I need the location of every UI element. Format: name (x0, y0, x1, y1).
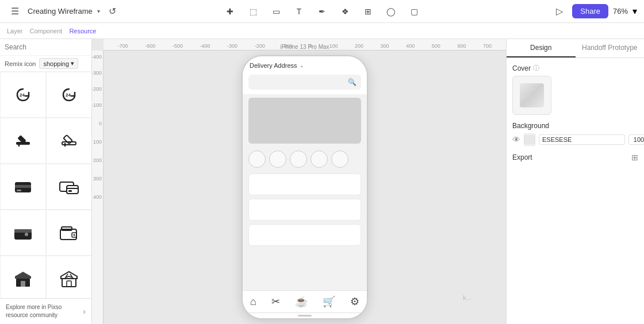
svg-rect-12 (67, 186, 78, 194)
ruler-left-mark: -400 (92, 54, 102, 60)
visibility-icon[interactable]: 👁 (512, 135, 520, 144)
pen-tool[interactable]: ✒ (313, 3, 331, 20)
svg-point-21 (74, 234, 75, 236)
ruler-mark: -300 (227, 43, 237, 49)
shape-tool[interactable]: ▭ (267, 3, 285, 20)
ruler-left: -400 -300 -200 -100 0 100 200 300 400 (92, 51, 103, 324)
grid-tool[interactable]: ⊞ (359, 3, 377, 20)
ruler-mark: 100 (329, 43, 338, 49)
iphone-container: iPhone 13 Pro Max Delivery Address ⌄ 🔍 (241, 55, 368, 319)
info-icon[interactable]: ⓘ (533, 64, 539, 72)
product-card[interactable] (248, 173, 361, 195)
explore-bar: Explore more in Pixso resource community… (0, 298, 91, 324)
svg-rect-9 (15, 185, 31, 188)
iphone-frame: Delivery Address ⌄ 🔍 (241, 55, 368, 319)
export-settings-icon[interactable]: ⊞ (631, 153, 638, 162)
category-dropdown[interactable]: shopping ▾ (39, 58, 78, 69)
breadcrumb-component[interactable]: Component (30, 28, 63, 34)
ruler-mark: -500 (172, 43, 183, 49)
delivery-header: Delivery Address ⌄ (243, 56, 367, 72)
svg-rect-10 (17, 190, 21, 191)
history-button[interactable]: ↺ (105, 3, 121, 20)
icon-item-wallet-b[interactable] (46, 210, 91, 256)
cart-nav-icon[interactable]: 🛒 (323, 295, 335, 308)
bg-color-hex-input[interactable] (539, 134, 625, 145)
category-label: shopping (43, 60, 69, 67)
export-title-row: Export ⊞ (512, 153, 638, 162)
svg-rect-16 (14, 229, 32, 233)
ruler-mark: 300 (381, 43, 389, 49)
breadcrumb-resource[interactable]: Resource (69, 28, 96, 34)
bg-color-swatch[interactable] (524, 133, 535, 146)
expand-dot (298, 315, 312, 317)
delivery-dropdown-icon[interactable]: ⌄ (300, 63, 304, 68)
svg-rect-6 (63, 135, 72, 144)
icon-item-refresh-a[interactable]: 24 (0, 72, 46, 118)
ruler-mark: -700 (118, 43, 128, 49)
ruler-left-mark: -200 (92, 86, 102, 92)
tab-handoff[interactable]: Handoff Prototype (576, 39, 645, 57)
present-button[interactable]: ▷ (551, 3, 568, 20)
cover-section: Cover ⓘ (512, 64, 638, 115)
remix-row: Remix icon shopping ▾ (0, 56, 91, 72)
circle-item[interactable] (269, 151, 286, 168)
iphone-search-input[interactable] (253, 79, 346, 86)
icon-item-refresh-b[interactable]: 24 (46, 72, 91, 118)
topbar: ☰ Creating Wireframe ▾ ↺ ✚ ⬚ ▭ T ✒ ❖ ⊞ ◯… (0, 0, 644, 23)
bottom-nav: ⌂ ✂ ☕ 🛒 ⚙ (243, 290, 367, 313)
component-tool[interactable]: ❖ (336, 3, 354, 20)
icon-item-creditcard-a[interactable] (0, 164, 46, 210)
icon-item-gavel-a[interactable] (0, 118, 46, 164)
ruler-mark: -200 (255, 43, 265, 49)
circle-item[interactable] (248, 151, 266, 168)
cutlery-nav-icon[interactable]: ✂ (271, 295, 280, 308)
icons-grid: 24 24 (0, 72, 91, 298)
frame-tool[interactable]: ⬚ (244, 3, 262, 20)
app-title: Creating Wireframe (28, 7, 93, 16)
menu-button[interactable]: ☰ (7, 3, 23, 20)
ruler-left-mark: 100 (93, 139, 102, 145)
share-button[interactable]: Share (572, 4, 608, 18)
circle-item[interactable] (331, 151, 348, 168)
rect-tool[interactable]: ▢ (405, 3, 423, 20)
add-tool[interactable]: ✚ (221, 3, 239, 20)
right-content: Cover ⓘ Background 👁 (507, 58, 644, 324)
export-title: Export (512, 153, 532, 161)
product-card[interactable] (248, 224, 361, 246)
zoom-control[interactable]: 76% (613, 7, 628, 16)
icon-item-store-a[interactable] (0, 256, 46, 298)
explore-arrow-icon[interactable]: › (83, 307, 86, 316)
coffee-nav-icon[interactable]: ☕ (295, 295, 308, 308)
search-bar[interactable]: 🔍 (248, 75, 361, 90)
expand-handle[interactable] (243, 313, 367, 318)
main-layout: ≡ Remix icon shopping ▾ 24 24 (0, 39, 644, 324)
iphone-label: iPhone 13 Pro Max (280, 44, 329, 50)
icon-item-wallet-a[interactable] (0, 210, 46, 256)
settings-nav-icon[interactable]: ⚙ (350, 295, 359, 308)
product-card[interactable] (248, 199, 361, 221)
search-icon: 🔍 (348, 78, 356, 86)
circle-tool[interactable]: ◯ (382, 3, 400, 20)
home-nav-icon[interactable]: ⌂ (250, 296, 256, 308)
left-panel: ≡ Remix icon shopping ▾ 24 24 (0, 39, 92, 324)
icon-item-gavel-b[interactable] (46, 118, 91, 164)
search-input[interactable] (5, 43, 91, 51)
svg-rect-24 (62, 279, 76, 287)
category-circles (243, 147, 367, 171)
search-row: ≡ (0, 39, 91, 56)
right-panel: Design Handoff Prototype Cover ⓘ Backgro… (506, 39, 644, 324)
topbar-tools: ✚ ⬚ ▭ T ✒ ❖ ⊞ ◯ ▢ (221, 3, 423, 20)
breadcrumb-layer[interactable]: Layer (7, 28, 23, 34)
canvas-area[interactable]: -700 -600 -500 -400 -300 -200 -100 0 100… (92, 39, 506, 324)
icon-item-creditcard-b[interactable] (46, 164, 91, 210)
bg-opacity-input[interactable] (628, 134, 644, 145)
circle-item[interactable] (290, 151, 307, 168)
icon-item-store-b[interactable] (46, 256, 91, 298)
export-section: Export ⊞ (512, 153, 638, 162)
text-tool[interactable]: T (290, 3, 308, 20)
topbar-right: ▷ Share 76% ▾ (429, 3, 637, 20)
right-tabs: Design Handoff Prototype (507, 39, 644, 58)
ruler-mark: 200 (355, 43, 363, 49)
circle-item[interactable] (310, 151, 328, 168)
tab-design[interactable]: Design (507, 39, 576, 57)
